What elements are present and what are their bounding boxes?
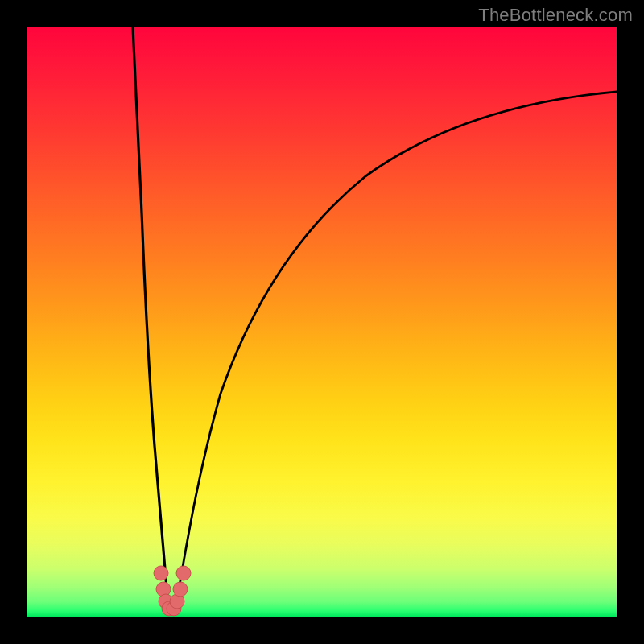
marker-dot <box>154 566 168 580</box>
plot-area <box>27 27 617 617</box>
marker-dot <box>176 566 191 580</box>
marker-cluster <box>154 566 191 616</box>
bottleneck-curve <box>27 27 617 617</box>
curve-right-branch <box>175 92 617 609</box>
chart-frame: TheBottleneck.com <box>0 0 644 644</box>
watermark-text: TheBottleneck.com <box>478 5 633 26</box>
marker-dot <box>173 582 188 597</box>
curve-left-branch <box>133 27 168 607</box>
